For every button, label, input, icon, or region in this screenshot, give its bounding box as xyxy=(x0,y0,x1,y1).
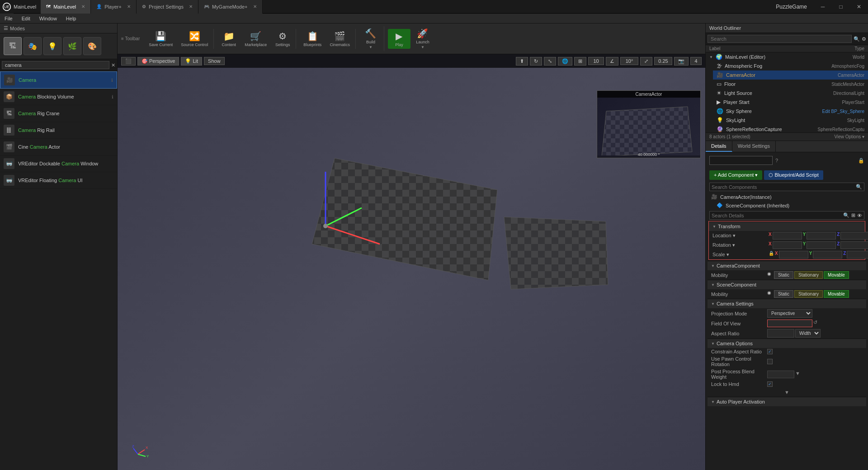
tab-project-settings-close[interactable]: ✕ xyxy=(189,4,193,9)
blueprint-button[interactable]: ⬡ Blueprint/Add Script xyxy=(764,170,823,180)
menu-help[interactable]: Help xyxy=(61,15,81,22)
mode-geometry[interactable]: 🎨 xyxy=(83,37,101,55)
menu-file[interactable]: File xyxy=(0,15,17,22)
placement-item-camera-rig-crane[interactable]: 🏗 Camera Rig Crane xyxy=(0,105,117,122)
scale-label[interactable]: Scale ▾ xyxy=(712,252,767,258)
play-button[interactable]: ▶ Play xyxy=(388,29,410,49)
settings-button[interactable]: ⚙ Settings xyxy=(271,29,294,49)
viewport-rotate[interactable]: ↻ xyxy=(530,57,542,66)
viewport-content[interactable]: CameraActor xyxy=(118,68,705,470)
mode-paint[interactable]: 🎭 xyxy=(24,37,42,55)
camera-static-button[interactable]: Static xyxy=(774,271,793,279)
camera-movable-button[interactable]: Movable xyxy=(824,271,849,279)
marketplace-button[interactable]: 🛒 Marketplace xyxy=(241,29,270,49)
tab-project-settings[interactable]: ⚙ Project Settings ✕ xyxy=(137,0,198,14)
field-of-view-input[interactable]: 40.0 ° xyxy=(767,320,812,327)
aspect-ratio-unit[interactable]: Width xyxy=(795,329,821,338)
tab-mainlevel-close[interactable]: ✕ xyxy=(81,4,85,9)
viewport-show-button[interactable]: Show xyxy=(204,57,225,65)
viewport-maximize[interactable]: ⬛ xyxy=(121,57,136,66)
wo-settings-icon[interactable]: ⚙ xyxy=(862,36,866,42)
post-process-input[interactable]: 1.0 xyxy=(767,371,794,378)
wo-item-reflection[interactable]: 🔮 SphereReflectionCapture SphereReflecti… xyxy=(713,125,868,132)
placement-item-cine-camera[interactable]: 🎬 Cine Camera Actor xyxy=(0,139,117,155)
projection-mode-select[interactable]: Perspective Orthographic xyxy=(767,309,812,318)
location-z-input[interactable]: 2010.0 xyxy=(840,232,868,240)
use-pawn-checkbox[interactable] xyxy=(767,359,773,364)
search-details-input-field[interactable] xyxy=(712,213,841,218)
fov-reset-icon[interactable]: ↺ xyxy=(813,320,817,327)
mode-landscape[interactable]: 💡 xyxy=(43,37,61,55)
wo-item-mainlevel[interactable]: ▼ 🌍 MainLevel (Editor) World xyxy=(706,52,868,61)
build-button[interactable]: 🔨 Build ▼ xyxy=(359,26,382,51)
viewport-camera-speed-value[interactable] xyxy=(690,57,702,65)
viewport-scale-snapping[interactable]: ⤢ xyxy=(640,57,652,66)
rotation-y-input[interactable]: -60.0 ° xyxy=(807,241,836,249)
aspect-ratio-input[interactable]: 1.777... xyxy=(767,329,794,338)
tab-player-close[interactable]: ✕ xyxy=(127,4,131,9)
scene-movable-button[interactable]: Movable xyxy=(824,290,849,298)
minimize-button[interactable]: ─ xyxy=(814,0,832,14)
close-button[interactable]: ✕ xyxy=(850,0,868,14)
tab-mygamemode[interactable]: 🎮 MyGameMode+ ✕ xyxy=(198,0,263,14)
camera-options-section-header[interactable]: Camera Options xyxy=(708,338,866,348)
wo-search-input[interactable] xyxy=(708,35,852,43)
component-camera-actor-instance[interactable]: 🎥 CameraActor(Instance) xyxy=(708,193,866,201)
menu-window[interactable]: Window xyxy=(35,15,61,22)
component-scene-inherited[interactable]: 🔷 SceneComponent (Inherited) xyxy=(708,201,866,210)
location-x-input[interactable]: -1130.0 xyxy=(773,232,802,240)
maximize-button[interactable]: □ xyxy=(832,0,850,14)
save-current-button[interactable]: 💾 Save Current xyxy=(145,29,176,49)
location-y-input[interactable]: -400.0 xyxy=(807,232,836,240)
viewport-surface-snapping[interactable]: ⊞ xyxy=(574,57,586,66)
viewport-angle-value[interactable] xyxy=(620,57,638,65)
launch-button[interactable]: 🚀 Launch ▼ xyxy=(411,26,434,51)
viewport-perspective-button[interactable]: 🎯 Perspective xyxy=(137,57,179,66)
location-label[interactable]: Location ▾ xyxy=(712,233,767,239)
viewport-translate[interactable]: ⬆ xyxy=(516,57,528,66)
actor-name-input[interactable]: CameraActor xyxy=(709,156,773,165)
scene-stationary-button[interactable]: Stationary xyxy=(794,290,823,298)
wo-item-fog[interactable]: 🌫 Atmospheric Fog AtmosphericFog xyxy=(713,61,868,70)
lock-hmd-checkbox[interactable] xyxy=(767,381,773,387)
details-grid-icon[interactable]: ⊞ xyxy=(851,212,855,218)
wo-item-skysphere[interactable]: 🌐 Sky Sphere Edit BP_Sky_Sphere xyxy=(713,107,868,116)
auto-player-section-header[interactable]: Auto Player Activation xyxy=(708,397,866,406)
viewport-grid-size[interactable] xyxy=(588,57,604,65)
mode-place[interactable]: 🏗 xyxy=(4,37,22,55)
scale-x-input[interactable]: 1.0 xyxy=(779,251,808,258)
tab-mygamemode-close[interactable]: ✕ xyxy=(253,4,257,9)
tab-world-settings[interactable]: World Settings xyxy=(732,141,776,152)
tab-details[interactable]: Details xyxy=(706,141,732,152)
transform-section-header[interactable]: Transform xyxy=(709,221,865,231)
viewport[interactable]: ⬛ 🎯 Perspective 💡 Lit Show ⬆ ↻ xyxy=(118,54,705,470)
details-eye-icon[interactable]: 👁 xyxy=(857,213,862,218)
viewport-world-space[interactable]: 🌐 xyxy=(558,57,572,66)
scale-lock-icon[interactable]: 🔒 xyxy=(769,251,774,258)
wo-item-skylight[interactable]: 💡 SkyLight SkyLight xyxy=(713,116,868,125)
viewport-camera-speed[interactable]: 📷 xyxy=(674,57,689,66)
cinematics-button[interactable]: 🎬 Cinematics xyxy=(326,29,354,49)
search-clear-button[interactable]: ✕ xyxy=(111,62,115,68)
search-components-input-field[interactable] xyxy=(712,184,854,190)
placement-item-vr-floating[interactable]: 🥽 VREditor Floating Camera UI xyxy=(0,172,117,189)
viewport-scale[interactable]: ⤡ xyxy=(544,57,556,66)
placement-item-camera-blocking[interactable]: 📦 Camera Blocking Volume ℹ xyxy=(0,89,117,105)
mode-foliage[interactable]: 🌿 xyxy=(63,37,81,55)
add-component-button[interactable]: + Add Component ▾ xyxy=(709,170,762,180)
rotation-label[interactable]: Rotation ▾ xyxy=(712,242,767,248)
rotation-x-input[interactable]: 0.0 ° xyxy=(773,241,802,249)
tab-mainlevel[interactable]: 🗺 MainLevel ✕ xyxy=(41,0,91,14)
source-control-button[interactable]: 🔀 Source Control xyxy=(177,29,212,49)
menu-edit[interactable]: Edit xyxy=(17,15,35,22)
camera-settings-section-header[interactable]: Camera Settings xyxy=(708,299,866,308)
rotation-z-input[interactable]: 380.0 ° xyxy=(840,241,868,249)
scale-y-input[interactable]: 1.0 xyxy=(813,251,842,258)
content-button[interactable]: 📁 Content xyxy=(217,29,240,49)
viewport-lit-button[interactable]: 💡 Lit xyxy=(181,57,202,66)
viewport-scale-value[interactable] xyxy=(654,57,672,65)
camera-component-section-header[interactable]: CameraComponent xyxy=(708,261,866,270)
scene-component-section-header[interactable]: SceneComponent xyxy=(708,280,866,289)
wo-view-options[interactable]: View Options ▾ xyxy=(834,134,864,139)
scale-z-input[interactable]: 1.0 xyxy=(847,251,868,258)
